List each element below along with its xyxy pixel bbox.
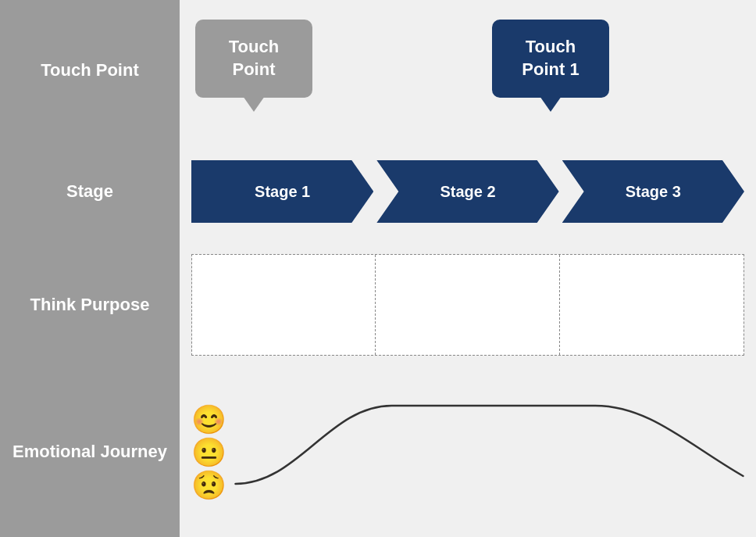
think-content-cell xyxy=(180,242,756,367)
touchpoint-bubble-dark: TouchPoint 1 xyxy=(492,20,609,98)
touchpoint-bubble-gray: TouchPoint xyxy=(195,20,312,98)
think-col-3 xyxy=(560,255,744,355)
stage-label: Stage xyxy=(66,181,113,203)
stage-3-label: Stage 3 xyxy=(626,183,681,201)
think-col-1 xyxy=(192,255,376,355)
emoji-sad: 😟 xyxy=(191,471,226,499)
think-col-2 xyxy=(376,255,559,355)
emoji-stack: 😊 😐 😟 xyxy=(191,406,226,499)
emotional-content-cell: 😊 😐 😟 xyxy=(180,367,756,537)
touchpoint-content-cell: TouchPoint TouchPoint 1 xyxy=(180,0,756,141)
think-label-cell: Think Purpose xyxy=(0,242,180,367)
stage-label-cell: Stage xyxy=(0,141,180,242)
emotional-label: Emotional Journey xyxy=(12,441,167,464)
stage-3-chevron: Stage 3 xyxy=(562,160,744,223)
stage-1-chevron: Stage 1 xyxy=(191,160,373,223)
emoji-neutral: 😐 xyxy=(191,439,226,467)
stage-1-label: Stage 1 xyxy=(255,183,310,201)
stage-2-chevron: Stage 2 xyxy=(376,160,558,223)
stage-content-cell: Stage 1 Stage 2 Stage 3 xyxy=(180,141,756,242)
main-grid: Touch Point TouchPoint TouchPoint 1 Stag… xyxy=(0,0,756,537)
touchpoint-label-cell: Touch Point xyxy=(0,0,180,141)
emoji-happy: 😊 xyxy=(191,406,226,434)
stage-2-label: Stage 2 xyxy=(440,183,495,201)
emotional-label-cell: Emotional Journey xyxy=(0,367,180,537)
touchpoint-label: Touch Point xyxy=(41,59,138,82)
think-label: Think Purpose xyxy=(30,294,150,317)
touchpoint-bubble-gray-text: TouchPoint xyxy=(229,36,279,81)
journey-curve-svg xyxy=(234,382,744,523)
touchpoint-bubble-dark-text: TouchPoint 1 xyxy=(522,36,579,81)
think-dashed-grid xyxy=(191,254,744,356)
